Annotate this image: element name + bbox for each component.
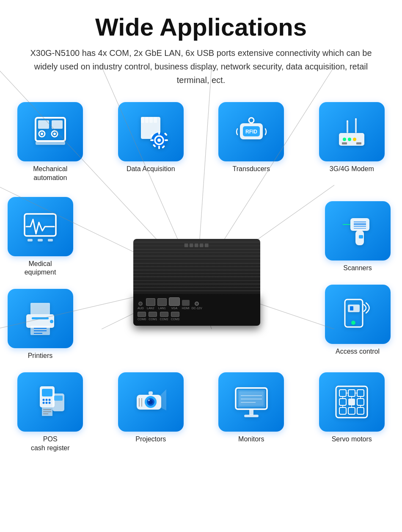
svg-point-50 [50, 320, 53, 323]
svg-rect-16 [158, 131, 160, 135]
device-top: ▦▦▦▦▦ [133, 239, 260, 294]
svg-rect-95 [149, 391, 153, 395]
svg-point-33 [355, 118, 357, 120]
svg-point-36 [353, 138, 356, 141]
app-printers: Printiers [8, 289, 73, 360]
port-dc: DC-12V [192, 302, 202, 310]
label-data-acquisition: Data Acquisition [127, 165, 175, 174]
svg-point-75 [42, 399, 44, 401]
card-mechanical [17, 102, 83, 161]
svg-rect-12 [154, 117, 157, 123]
svg-point-6 [53, 133, 56, 135]
card-medical [8, 197, 73, 256]
label-access-control: Access control [336, 347, 380, 356]
app-scanners: Scanners [325, 201, 391, 273]
label-pos: POScash register [31, 435, 70, 453]
svg-rect-111 [339, 407, 346, 414]
svg-rect-11 [149, 117, 153, 123]
pos-icon [31, 383, 69, 421]
card-access-control [325, 285, 391, 344]
svg-rect-49 [30, 303, 50, 315]
card-pos [17, 372, 83, 432]
svg-rect-40 [28, 239, 33, 241]
svg-point-79 [45, 402, 47, 404]
device-front: AUD LAN2 LAN1 VGA [133, 294, 260, 326]
app-data-acquisition: Data Acquisition [118, 102, 184, 183]
app-transducers: RFID Transducers [218, 102, 284, 183]
bottom-apps-row: POScash register Projectors [0, 372, 402, 460]
port-aud: AUD [138, 302, 144, 310]
label-transducers: Transducers [233, 165, 270, 174]
card-servo-motors [319, 372, 385, 432]
svg-rect-71 [350, 306, 353, 310]
port-com1: COM1 [149, 312, 157, 321]
card-transducers: RFID [218, 102, 284, 161]
svg-rect-2 [52, 120, 63, 129]
label-monitors: Monitors [238, 435, 264, 444]
svg-rect-74 [42, 389, 52, 396]
app-medical: Medicalequipment [8, 197, 73, 277]
svg-point-15 [157, 139, 161, 142]
svg-point-32 [347, 120, 348, 122]
svg-point-91 [148, 399, 150, 401]
top-apps-row: Mechanicalautomation [0, 102, 402, 190]
projectors-icon [132, 383, 170, 421]
app-projectors: Projectors [118, 372, 184, 453]
label-scanners: Scanners [343, 264, 372, 273]
port-com2: COM2 [160, 312, 168, 321]
modem-icon [333, 113, 371, 151]
svg-rect-47 [26, 314, 54, 328]
app-pos: POScash register [17, 372, 83, 453]
port-com0: COM0 [138, 312, 146, 321]
svg-rect-99 [244, 415, 259, 417]
svg-point-77 [48, 399, 50, 401]
svg-rect-42 [48, 239, 53, 241]
card-printers [8, 289, 73, 348]
svg-rect-98 [249, 409, 253, 415]
svg-rect-106 [348, 390, 355, 396]
device-logo: ▦▦▦▦▦ [184, 242, 209, 248]
svg-point-76 [45, 399, 47, 401]
svg-rect-17 [158, 146, 160, 149]
svg-point-72 [351, 321, 355, 325]
svg-point-78 [42, 402, 44, 404]
servo-motors-icon [333, 383, 371, 421]
svg-rect-112 [348, 407, 355, 414]
svg-rect-31 [355, 119, 357, 133]
middle-area: Medicalequipment [0, 197, 402, 368]
svg-text:RFID: RFID [245, 129, 257, 135]
port-vga: VGA [169, 297, 180, 310]
svg-rect-110 [357, 399, 364, 405]
page-title: Wide Applications [95, 13, 307, 41]
svg-rect-9 [141, 117, 144, 123]
svg-rect-100 [239, 391, 264, 406]
svg-rect-38 [356, 142, 361, 144]
svg-rect-41 [38, 239, 43, 241]
app-servo-motors: Servo motors [319, 372, 385, 453]
svg-point-80 [48, 402, 50, 404]
svg-rect-30 [347, 121, 348, 133]
app-access-control: Access control [325, 285, 391, 356]
label-printers: Printiers [28, 352, 53, 360]
svg-rect-105 [339, 390, 346, 396]
svg-rect-107 [357, 390, 364, 396]
center-device-area: ▦▦▦▦▦ AUD LAN2 LAN1 [80, 198, 313, 367]
card-data-acquisition [118, 102, 184, 161]
data-acquisition-icon [132, 113, 170, 151]
mechanical-icon [31, 113, 69, 151]
transducers-icon: RFID [232, 113, 270, 151]
label-servo-motors: Servo motors [332, 435, 372, 444]
svg-rect-37 [342, 142, 347, 144]
label-modem: 3G/4G Modem [330, 165, 374, 174]
svg-rect-86 [54, 396, 63, 401]
svg-rect-70 [348, 305, 360, 312]
app-mechanical-automation: Mechanicalautomation [17, 102, 83, 183]
ports-row-2: COM0 COM1 COM2 COM3 [138, 312, 256, 321]
svg-rect-109 [348, 399, 355, 405]
svg-rect-113 [357, 407, 364, 414]
ports-row-1: AUD LAN2 LAN1 VGA [138, 297, 256, 310]
card-scanners [325, 201, 391, 260]
svg-point-4 [41, 133, 43, 135]
app-modem: 3G/4G Modem [319, 102, 385, 183]
card-projectors [118, 372, 184, 432]
